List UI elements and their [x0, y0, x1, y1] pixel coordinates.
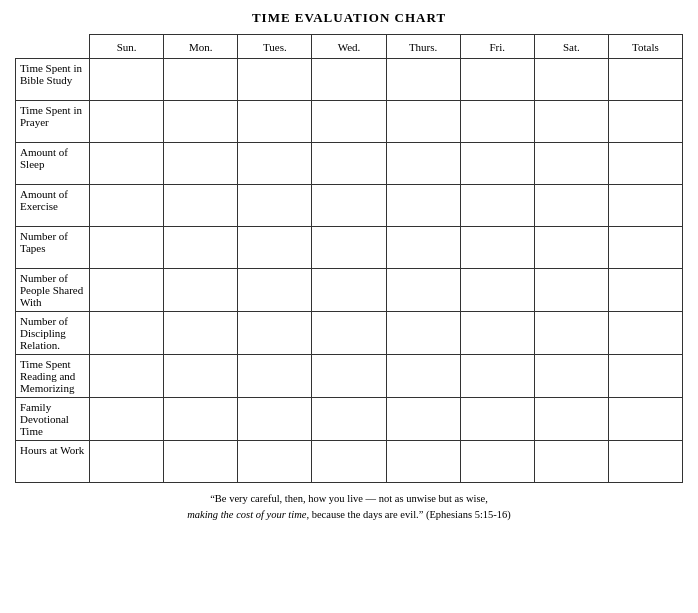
data-cell[interactable] [460, 59, 534, 101]
data-cell[interactable] [460, 398, 534, 441]
data-cell[interactable] [238, 398, 312, 441]
data-cell[interactable] [90, 101, 164, 143]
data-cell[interactable] [608, 59, 682, 101]
data-cell[interactable] [460, 185, 534, 227]
data-cell[interactable] [460, 312, 534, 355]
data-cell[interactable] [164, 227, 238, 269]
quote-normal: “Be very careful, then, how you live — n… [210, 493, 488, 504]
table-row: Family Devotional Time [16, 398, 683, 441]
data-cell[interactable] [534, 143, 608, 185]
table-header-row: Sun. Mon. Tues. Wed. Thurs. Fri. Sat. To… [16, 35, 683, 59]
data-cell[interactable] [164, 355, 238, 398]
table-row: Hours at Work [16, 441, 683, 483]
row-label-8: Family Devotional Time [16, 398, 90, 441]
chart-wrapper: Sun. Mon. Tues. Wed. Thurs. Fri. Sat. To… [15, 34, 683, 483]
data-cell[interactable] [90, 269, 164, 312]
data-cell[interactable] [90, 227, 164, 269]
data-cell[interactable] [534, 355, 608, 398]
header-sun: Sun. [90, 35, 164, 59]
data-cell[interactable] [608, 398, 682, 441]
data-cell[interactable] [460, 269, 534, 312]
data-cell[interactable] [386, 355, 460, 398]
data-cell[interactable] [386, 227, 460, 269]
data-cell[interactable] [90, 312, 164, 355]
data-cell[interactable] [238, 101, 312, 143]
data-cell[interactable] [608, 441, 682, 483]
data-cell[interactable] [164, 269, 238, 312]
data-cell[interactable] [386, 398, 460, 441]
data-cell[interactable] [534, 312, 608, 355]
data-cell[interactable] [608, 269, 682, 312]
data-cell[interactable] [164, 398, 238, 441]
data-cell[interactable] [534, 398, 608, 441]
table-row: Number of Tapes [16, 227, 683, 269]
data-cell[interactable] [238, 312, 312, 355]
data-cell[interactable] [608, 185, 682, 227]
data-cell[interactable] [312, 398, 386, 441]
header-thurs: Thurs. [386, 35, 460, 59]
data-cell[interactable] [90, 398, 164, 441]
data-cell[interactable] [534, 227, 608, 269]
data-cell[interactable] [386, 59, 460, 101]
row-label-9: Hours at Work [16, 441, 90, 483]
data-cell[interactable] [386, 269, 460, 312]
data-cell[interactable] [238, 355, 312, 398]
data-cell[interactable] [312, 269, 386, 312]
data-cell[interactable] [164, 59, 238, 101]
data-cell[interactable] [608, 227, 682, 269]
data-cell[interactable] [608, 101, 682, 143]
data-cell[interactable] [164, 185, 238, 227]
data-cell[interactable] [312, 59, 386, 101]
data-cell[interactable] [386, 101, 460, 143]
data-cell[interactable] [90, 143, 164, 185]
data-cell[interactable] [460, 101, 534, 143]
data-cell[interactable] [534, 59, 608, 101]
data-cell[interactable] [312, 101, 386, 143]
data-cell[interactable] [90, 59, 164, 101]
data-cell[interactable] [238, 441, 312, 483]
data-cell[interactable] [164, 312, 238, 355]
table-row: Amount of Exercise [16, 185, 683, 227]
data-cell[interactable] [164, 101, 238, 143]
data-cell[interactable] [386, 185, 460, 227]
data-cell[interactable] [312, 227, 386, 269]
row-label-3: Amount of Exercise [16, 185, 90, 227]
data-cell[interactable] [386, 441, 460, 483]
data-cell[interactable] [312, 143, 386, 185]
data-cell[interactable] [534, 185, 608, 227]
data-cell[interactable] [534, 101, 608, 143]
table-row: Time Spent Reading and Memorizing [16, 355, 683, 398]
data-cell[interactable] [312, 185, 386, 227]
data-cell[interactable] [90, 441, 164, 483]
data-cell[interactable] [386, 312, 460, 355]
page-title: TIME EVALUATION CHART [15, 10, 683, 26]
quote-italic: making the cost of your time, [187, 509, 309, 520]
data-cell[interactable] [238, 269, 312, 312]
data-cell[interactable] [608, 143, 682, 185]
data-cell[interactable] [460, 143, 534, 185]
data-cell[interactable] [312, 441, 386, 483]
data-cell[interactable] [164, 143, 238, 185]
data-cell[interactable] [312, 312, 386, 355]
data-cell[interactable] [386, 143, 460, 185]
data-cell[interactable] [90, 185, 164, 227]
header-fri: Fri. [460, 35, 534, 59]
row-label-7: Time Spent Reading and Memorizing [16, 355, 90, 398]
table-row: Time Spent in Prayer [16, 101, 683, 143]
data-cell[interactable] [238, 143, 312, 185]
evaluation-table: Sun. Mon. Tues. Wed. Thurs. Fri. Sat. To… [15, 34, 683, 483]
data-cell[interactable] [534, 269, 608, 312]
data-cell[interactable] [534, 441, 608, 483]
data-cell[interactable] [238, 185, 312, 227]
data-cell[interactable] [608, 355, 682, 398]
data-cell[interactable] [312, 355, 386, 398]
table-row: Number of People Shared With [16, 269, 683, 312]
data-cell[interactable] [238, 59, 312, 101]
data-cell[interactable] [238, 227, 312, 269]
data-cell[interactable] [460, 355, 534, 398]
data-cell[interactable] [608, 312, 682, 355]
data-cell[interactable] [460, 441, 534, 483]
data-cell[interactable] [460, 227, 534, 269]
data-cell[interactable] [90, 355, 164, 398]
data-cell[interactable] [164, 441, 238, 483]
